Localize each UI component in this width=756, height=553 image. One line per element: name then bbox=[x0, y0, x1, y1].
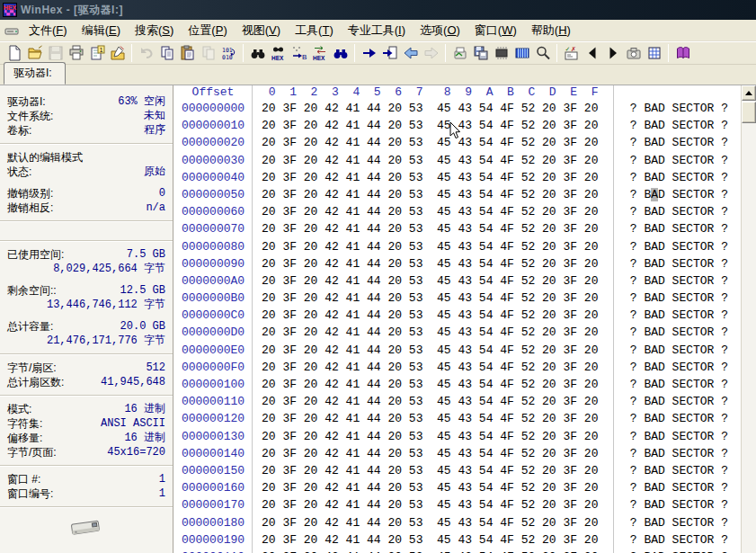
row-bytes[interactable]: 20 3F 20 42 41 44 20 53 45 43 54 4F 52 2… bbox=[262, 496, 598, 513]
menu-item-w[interactable]: 窗口(W) bbox=[467, 21, 524, 40]
hex-row[interactable]: 00000019020 3F 20 42 41 44 20 53 45 43 5… bbox=[173, 531, 756, 549]
goto-page-icon[interactable] bbox=[379, 43, 400, 63]
row-bytes[interactable]: 20 3F 20 42 41 44 20 53 45 43 54 4F 52 2… bbox=[262, 462, 598, 479]
row-ascii[interactable]: ? BAD SECTOR ? bbox=[623, 100, 735, 117]
hex-row[interactable]: 00000010020 3F 20 42 41 44 20 53 45 43 5… bbox=[173, 376, 756, 393]
row-ascii[interactable]: ? BAD SECTOR ? bbox=[623, 324, 735, 341]
hex-row[interactable]: 00000009020 3F 20 42 41 44 20 53 45 43 5… bbox=[173, 255, 756, 272]
row-ascii[interactable]: ? BAD SECTOR ? bbox=[623, 152, 735, 169]
hex-row[interactable]: 0000000A020 3F 20 42 41 44 20 53 45 43 5… bbox=[173, 272, 756, 290]
row-bytes[interactable]: 20 3F 20 42 41 44 20 53 45 43 54 4F 52 2… bbox=[262, 186, 598, 203]
row-bytes[interactable]: 20 3F 20 42 41 44 20 53 45 43 54 4F 52 2… bbox=[262, 203, 598, 220]
row-ascii[interactable]: ? BAD SECTOR ? bbox=[623, 272, 735, 290]
paste-icon[interactable] bbox=[177, 43, 198, 63]
row-bytes[interactable]: 20 3F 20 42 41 44 20 53 45 43 54 4F 52 2… bbox=[262, 428, 598, 445]
row-ascii[interactable]: ? BAD SECTOR ? bbox=[623, 117, 735, 134]
row-ascii[interactable]: ? BAD SECTOR ? bbox=[623, 220, 735, 237]
vertical-scrollbar[interactable] bbox=[741, 85, 756, 553]
interpreter-icon[interactable] bbox=[511, 43, 532, 63]
ram-editor-icon[interactable] bbox=[491, 43, 511, 63]
row-bytes[interactable]: 20 3F 20 42 41 44 20 53 45 43 54 4F 52 2… bbox=[262, 393, 598, 410]
row-ascii[interactable]: ? BAD SECTOR ? bbox=[623, 496, 735, 513]
hex-row[interactable]: 00000000020 3F 20 42 41 44 20 53 45 43 5… bbox=[173, 100, 756, 117]
row-ascii[interactable]: ? BAD SECTOR ? bbox=[623, 479, 735, 496]
screenshot-icon[interactable] bbox=[623, 43, 644, 63]
hex-row[interactable]: 0000000E020 3F 20 42 41 44 20 53 45 43 5… bbox=[173, 342, 756, 359]
hex-row[interactable]: 0000000B020 3F 20 42 41 44 20 53 45 43 5… bbox=[173, 290, 756, 307]
next-window-icon[interactable] bbox=[602, 43, 623, 63]
row-ascii[interactable]: ? BAD SECTOR ? bbox=[623, 134, 735, 151]
row-bytes[interactable]: 20 3F 20 42 41 44 20 53 45 43 54 4F 52 2… bbox=[262, 479, 598, 496]
menu-item-o[interactable]: 选项(O) bbox=[413, 21, 467, 40]
row-bytes[interactable]: 20 3F 20 42 41 44 20 53 45 43 54 4F 52 2… bbox=[262, 255, 598, 272]
row-bytes[interactable]: 20 3F 20 42 41 44 20 53 45 43 54 4F 52 2… bbox=[262, 290, 598, 307]
menu-item-s[interactable]: 搜索(S) bbox=[128, 21, 181, 40]
tab-drive-i[interactable]: 驱动器I: bbox=[4, 62, 66, 85]
row-ascii[interactable]: ? BAD SECTOR ? bbox=[623, 342, 735, 359]
row-bytes[interactable]: 20 3F 20 42 41 44 20 53 45 43 54 4F 52 2… bbox=[262, 410, 598, 427]
row-bytes[interactable]: 20 3F 20 42 41 44 20 53 45 43 54 4F 52 2… bbox=[262, 445, 598, 462]
row-ascii[interactable]: ? BAD SECTOR ? bbox=[623, 445, 735, 462]
hex-row[interactable]: 00000004020 3F 20 42 41 44 20 53 45 43 5… bbox=[173, 169, 756, 186]
hex-row[interactable]: 00000007020 3F 20 42 41 44 20 53 45 43 5… bbox=[173, 220, 756, 237]
magnifier-icon[interactable] bbox=[532, 43, 553, 63]
row-ascii[interactable]: ? BAD SECTOR ? bbox=[623, 169, 735, 186]
menu-item-e[interactable]: 编辑(E) bbox=[75, 21, 128, 40]
hex-row[interactable]: 00000003020 3F 20 42 41 44 20 53 45 43 5… bbox=[173, 152, 756, 169]
goto-offset-icon[interactable]: B bbox=[289, 43, 309, 63]
hex-row[interactable]: 0000000F020 3F 20 42 41 44 20 53 45 43 5… bbox=[173, 359, 756, 376]
clipboard-copy-icon[interactable] bbox=[198, 43, 218, 63]
forward-icon[interactable] bbox=[421, 43, 441, 63]
hex-row[interactable]: 00000016020 3F 20 42 41 44 20 53 45 43 5… bbox=[173, 479, 756, 496]
scrollbar-thumb[interactable] bbox=[742, 102, 756, 123]
menu-item-p[interactable]: 位置(P) bbox=[181, 21, 234, 40]
hex-row[interactable]: 00000011020 3F 20 42 41 44 20 53 45 43 5… bbox=[173, 393, 756, 410]
properties-icon[interactable]: 1 bbox=[86, 43, 107, 63]
find-icon[interactable] bbox=[247, 43, 268, 63]
hex-row[interactable]: 00000008020 3F 20 42 41 44 20 53 45 43 5… bbox=[173, 238, 756, 255]
row-bytes[interactable]: 20 3F 20 42 41 44 20 53 45 43 54 4F 52 2… bbox=[262, 324, 598, 341]
row-bytes[interactable]: 20 3F 20 42 41 44 20 53 45 43 54 4F 52 2… bbox=[262, 238, 598, 255]
hex-view[interactable]: Offset 0 1 2 3 4 5 6 7 8 9 A B C D E F 0… bbox=[173, 85, 756, 553]
prev-window-icon[interactable] bbox=[582, 43, 602, 63]
row-ascii[interactable]: ? BAD SECTOR ? bbox=[623, 290, 735, 307]
hex-row[interactable]: 00000015020 3F 20 42 41 44 20 53 45 43 5… bbox=[173, 462, 756, 479]
row-bytes[interactable]: 20 3F 20 42 41 44 20 53 45 43 54 4F 52 2… bbox=[262, 117, 598, 134]
hex-row[interactable]: 00000017020 3F 20 42 41 44 20 53 45 43 5… bbox=[173, 496, 756, 513]
row-bytes[interactable]: 20 3F 20 42 41 44 20 53 45 43 54 4F 52 2… bbox=[262, 220, 598, 237]
hex-row[interactable]: 00000014020 3F 20 42 41 44 20 53 45 43 5… bbox=[173, 445, 756, 462]
hex-row[interactable]: 0000000D020 3F 20 42 41 44 20 53 45 43 5… bbox=[173, 324, 756, 341]
row-bytes[interactable]: 20 3F 20 42 41 44 20 53 45 43 54 4F 52 2… bbox=[262, 531, 598, 549]
row-bytes[interactable]: 20 3F 20 42 41 44 20 53 45 43 54 4F 52 2… bbox=[262, 549, 598, 553]
row-ascii[interactable]: ? BAD SECTOR ? bbox=[623, 238, 735, 255]
row-ascii[interactable]: ? BAD SECTOR ? bbox=[623, 462, 735, 479]
row-ascii[interactable]: ? BAD SECTOR ? bbox=[623, 255, 735, 272]
row-bytes[interactable]: 20 3F 20 42 41 44 20 53 45 43 54 4F 52 2… bbox=[262, 134, 598, 151]
hex-row[interactable]: 00000018020 3F 20 42 41 44 20 53 45 43 5… bbox=[173, 514, 756, 531]
row-bytes[interactable]: 20 3F 20 42 41 44 20 53 45 43 54 4F 52 2… bbox=[262, 169, 598, 186]
drive-window-icon[interactable] bbox=[4, 23, 20, 38]
jump-icon[interactable] bbox=[359, 43, 379, 63]
menu-item-t[interactable]: 工具(T) bbox=[288, 21, 341, 40]
hex-row[interactable]: 0000000C020 3F 20 42 41 44 20 53 45 43 5… bbox=[173, 307, 756, 324]
new-document-icon[interactable] bbox=[4, 43, 24, 63]
row-ascii[interactable]: ? BAD SECTOR ? bbox=[623, 428, 735, 445]
save-icon[interactable] bbox=[45, 43, 66, 63]
help-book-icon[interactable] bbox=[672, 43, 693, 63]
hex-row[interactable]: 00000012020 3F 20 42 41 44 20 53 45 43 5… bbox=[173, 410, 756, 427]
row-ascii[interactable]: ? BAD SECTOR ? bbox=[623, 514, 735, 531]
find-next-icon[interactable] bbox=[330, 43, 351, 63]
row-ascii[interactable]: ? BAD SECTOR ? bbox=[623, 203, 735, 220]
drive-tools-icon[interactable] bbox=[470, 43, 491, 63]
row-ascii[interactable]: ? BAD SECTOR ? bbox=[623, 307, 735, 324]
row-bytes[interactable]: 20 3F 20 42 41 44 20 53 45 43 54 4F 52 2… bbox=[262, 307, 598, 324]
data-grid-icon[interactable] bbox=[644, 43, 664, 63]
hex-row[interactable]: 0000001A020 3F 20 42 41 44 20 53 45 43 5… bbox=[173, 549, 756, 553]
hex-row[interactable]: 00000002020 3F 20 42 41 44 20 53 45 43 5… bbox=[173, 134, 756, 151]
menu-item-h[interactable]: 帮助(H) bbox=[524, 21, 578, 40]
hex-row[interactable]: 00000001020 3F 20 42 41 44 20 53 45 43 5… bbox=[173, 117, 756, 134]
row-bytes[interactable]: 20 3F 20 42 41 44 20 53 45 43 54 4F 52 2… bbox=[262, 342, 598, 359]
replace-hex-icon[interactable]: HEX bbox=[309, 43, 330, 63]
row-bytes[interactable]: 20 3F 20 42 41 44 20 53 45 43 54 4F 52 2… bbox=[262, 514, 598, 531]
copy-icon[interactable] bbox=[156, 43, 177, 63]
